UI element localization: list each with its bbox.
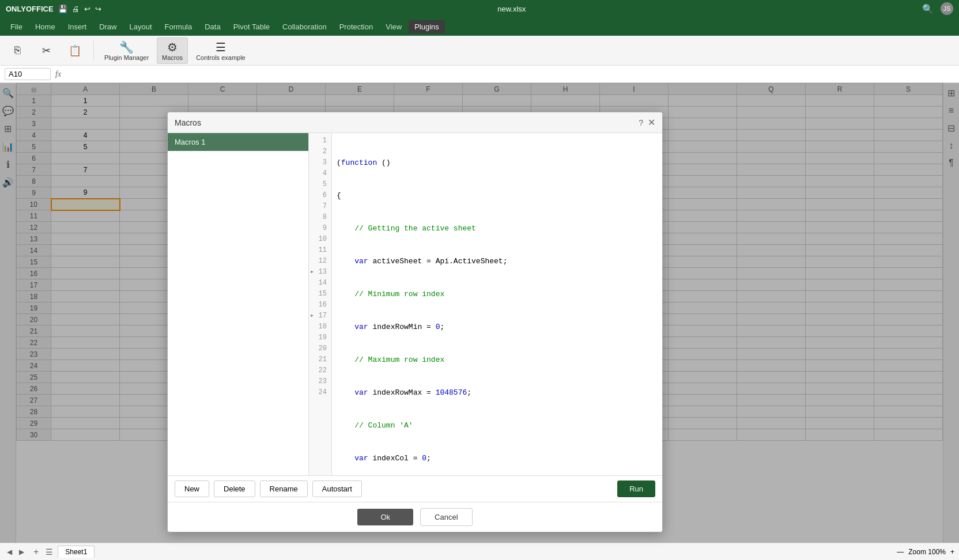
code-line-5: // Minimum row index xyxy=(337,289,658,300)
code-line-9: // Column 'A' xyxy=(337,420,658,431)
line-19: 19 xyxy=(309,332,331,343)
nav-next-btn[interactable]: ▶ xyxy=(17,547,27,557)
line-3: 3 xyxy=(309,157,331,168)
line-14: 14 xyxy=(309,278,331,289)
copy-btn[interactable]: ⎘ xyxy=(5,42,30,59)
zoom-increase-btn[interactable]: + xyxy=(950,548,954,556)
line-13: 13 xyxy=(309,267,331,278)
code-line-3: // Getting the active sheet xyxy=(337,223,658,234)
sheet-list-button[interactable]: ☰ xyxy=(46,547,53,557)
line-4: 4 xyxy=(309,168,331,179)
modal-overlay: Macros ? ✕ Macros 1 1 2 xyxy=(0,83,959,543)
code-content: (function () { // Getting the active she… xyxy=(332,133,662,475)
print-icon[interactable]: 🖨 xyxy=(72,5,80,13)
cancel-button[interactable]: Cancel xyxy=(420,508,472,526)
code-line-8: var indexRowMax = 1048576; xyxy=(337,387,658,398)
undo-icon[interactable]: ↩ xyxy=(84,5,90,13)
line-24: 24 xyxy=(309,387,331,398)
line-21: 21 xyxy=(309,354,331,365)
code-line-6: var indexRowMin = 0; xyxy=(337,321,658,332)
code-line-7: // Maximum row index xyxy=(337,354,658,365)
line-11: 11 xyxy=(309,245,331,256)
add-sheet-button[interactable]: + xyxy=(31,547,41,557)
delete-button[interactable]: Delete xyxy=(214,480,255,497)
menu-file[interactable]: File xyxy=(5,20,28,33)
plugin-manager-btn[interactable]: 🔧 Plugin Manager xyxy=(100,38,153,63)
menu-view[interactable]: View xyxy=(380,20,407,33)
formula-bar: fx xyxy=(0,66,959,83)
menu-plugins[interactable]: Plugins xyxy=(409,20,445,33)
cell-ref-input[interactable] xyxy=(5,68,51,80)
line-5: 5 xyxy=(309,179,331,190)
run-button[interactable]: Run xyxy=(617,480,655,497)
ok-button[interactable]: Ok xyxy=(357,509,413,525)
formula-input[interactable] xyxy=(66,69,954,80)
copy-icon: ⎘ xyxy=(14,44,21,56)
menu-formula[interactable]: Formula xyxy=(159,20,198,33)
cut-icon: ✂ xyxy=(42,44,51,57)
line-25 xyxy=(309,398,331,409)
redo-icon[interactable]: ↪ xyxy=(95,5,101,13)
macro-list-panel: Macros 1 xyxy=(168,133,309,475)
menu-home[interactable]: Home xyxy=(29,20,61,33)
menu-collaboration[interactable]: Collaboration xyxy=(277,20,333,33)
code-line-10: var indexCol = 0; xyxy=(337,453,658,464)
new-button[interactable]: New xyxy=(175,480,209,497)
line-23: 23 xyxy=(309,376,331,387)
menu-data[interactable]: Data xyxy=(199,20,226,33)
title-bar: ONLYOFFICE 💾 🖨 ↩ ↪ new.xlsx 🔍 JS xyxy=(0,0,959,17)
menu-pivot-table[interactable]: Pivot Table xyxy=(228,20,275,33)
autostart-button[interactable]: Autostart xyxy=(312,480,362,497)
rename-button[interactable]: Rename xyxy=(260,480,308,497)
code-line-4: var activeSheet = Api.ActiveSheet; xyxy=(337,256,658,267)
menu-insert[interactable]: Insert xyxy=(62,20,93,33)
paste-icon: 📋 xyxy=(69,44,81,57)
dialog-actions: Ok Cancel xyxy=(168,502,662,532)
formula-icon: fx xyxy=(55,70,61,79)
macros-btn[interactable]: ⚙ Macros xyxy=(157,37,188,64)
title-bar-left: ONLYOFFICE 💾 🖨 ↩ ↪ xyxy=(6,5,101,13)
dialog-footer: New Delete Rename Autostart Run xyxy=(168,475,662,502)
line-9: 9 xyxy=(309,223,331,234)
nav-prev-btn[interactable]: ◀ xyxy=(5,547,14,557)
line-7: 7 xyxy=(309,201,331,212)
menu-protection[interactable]: Protection xyxy=(334,20,379,33)
line-22: 22 xyxy=(309,365,331,376)
controls-example-btn[interactable]: ☰ Controls example xyxy=(191,38,250,63)
line-20: 20 xyxy=(309,343,331,354)
line-numbers: 1 2 3 4 5 6 7 8 9 10 11 12 13 xyxy=(309,133,332,475)
dialog-body: Macros 1 1 2 3 4 5 6 7 8 xyxy=(168,133,662,475)
menu-layout[interactable]: Layout xyxy=(124,20,158,33)
sheet-tab-1[interactable]: Sheet1 xyxy=(58,546,95,558)
separator-1 xyxy=(93,40,94,61)
line-10: 10 xyxy=(309,234,331,245)
line-12: 12 xyxy=(309,256,331,267)
dialog-title: Macros xyxy=(175,118,201,127)
dialog-header: Macros ? ✕ xyxy=(168,112,662,133)
bottom-bar: ◀ ▶ + ☰ Sheet1 — Zoom 100% + xyxy=(0,543,959,560)
zoom-level: Zoom 100% xyxy=(908,548,946,556)
dialog-help-button[interactable]: ? xyxy=(639,118,643,127)
search-icon[interactable]: 🔍 xyxy=(922,3,934,14)
title-bar-right: 🔍 JS xyxy=(922,2,953,15)
macro-item-1[interactable]: Macros 1 xyxy=(168,133,308,151)
plugin-manager-label: Plugin Manager xyxy=(104,54,149,61)
cut-btn[interactable]: ✂ xyxy=(33,42,59,59)
menu-draw[interactable]: Draw xyxy=(93,20,122,33)
macros-icon: ⚙ xyxy=(167,40,178,54)
nav-arrows: ◀ ▶ xyxy=(5,547,27,557)
bottom-right: — Zoom 100% + xyxy=(897,548,954,556)
dialog-close-button[interactable]: ✕ xyxy=(648,117,655,128)
paste-btn[interactable]: 📋 xyxy=(62,42,88,59)
user-avatar: JS xyxy=(941,2,953,15)
code-editor-panel[interactable]: 1 2 3 4 5 6 7 8 9 10 11 12 13 xyxy=(309,133,662,475)
macros-label: Macros xyxy=(162,54,183,61)
save-icon[interactable]: 💾 xyxy=(58,5,67,13)
main-area: 🔍 💬 ⊞ 📊 ℹ 🔊 ▤ A B C D E F G H xyxy=(0,83,959,543)
code-area: 1 2 3 4 5 6 7 8 9 10 11 12 13 xyxy=(309,133,662,475)
controls-icon: ☰ xyxy=(216,40,226,54)
zoom-decrease-btn[interactable]: — xyxy=(897,548,904,556)
line-15: 15 xyxy=(309,289,331,300)
line-17: 17 xyxy=(309,311,331,321)
macros-dialog: Macros ? ✕ Macros 1 1 2 xyxy=(167,112,663,532)
